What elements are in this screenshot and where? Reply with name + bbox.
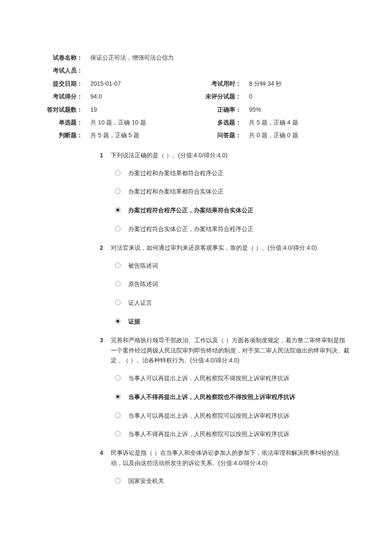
- radio-icon[interactable]: [115, 281, 121, 286]
- info-row: 考试得分：94.0未评分试题：0: [43, 90, 349, 103]
- radio-icon[interactable]: [115, 263, 121, 268]
- radio-icon[interactable]: [115, 170, 121, 176]
- questions-container: 1下列说法正确的是（ ）。(分值:4.0/得分:4.0)办案过程和办案结果都符合…: [43, 150, 349, 491]
- option-row[interactable]: 被告陈述词: [111, 257, 349, 275]
- radio-icon[interactable]: [115, 375, 121, 381]
- info-label: 考试用时：: [203, 77, 244, 90]
- option-row[interactable]: 证人证言: [111, 294, 349, 312]
- exam-info-table: 试卷名称：保证公正司法，增强司法公信力考试人员：提交日期：2015-01-07考…: [43, 51, 349, 142]
- info-label: 正确率：: [203, 103, 244, 116]
- info-value: 共 10 题，正确 10 题: [85, 116, 203, 129]
- info-value: 共 5 题，正确 4 题: [244, 116, 349, 129]
- option-row[interactable]: 当事人可以再提出上诉，人民检察院可以按照上诉审程序抗诉: [111, 407, 349, 425]
- option-text: 当事人可以再提出上诉，人民检察院不得按照上诉审程序抗诉: [128, 373, 349, 384]
- question-text: 民事诉讼是指（ ）在当事人和全体诉讼参加人的参加下，依法审理和解决民事纠纷的活动…: [111, 448, 349, 468]
- radio-icon[interactable]: [115, 300, 121, 305]
- option-text: 证人证言: [128, 298, 349, 308]
- option-text: 国家安全机关: [128, 476, 349, 486]
- question-block: 4民事诉讼是指（ ）在当事人和全体诉讼参加人的参加下，依法审理和解决民事纠纷的活…: [43, 448, 349, 490]
- info-label: 考试人员：: [43, 64, 85, 77]
- info-row: 判断题：共 5 题，正确 5 题问答题：共 0 题，正确 0 题: [43, 129, 349, 142]
- info-value: 19: [85, 103, 203, 116]
- option-row[interactable]: 当事人可以再提出上诉，人民检察院不得按照上诉审程序抗诉: [111, 369, 349, 388]
- radio-icon[interactable]: [115, 478, 121, 483]
- radio-icon[interactable]: [115, 431, 121, 436]
- option-row[interactable]: 办案过程符合程序公正，办案结果符合实体公正: [111, 201, 349, 220]
- option-row[interactable]: 原告陈述词: [111, 275, 349, 294]
- option-text: 原告陈述词: [128, 279, 349, 289]
- radio-icon[interactable]: [115, 188, 121, 194]
- info-label: 未评分试题：: [203, 90, 244, 103]
- question-text: 完善和严格执行领导干部政治、工作以及（ ）方面各项制度规定，着力整二审终审制是指…: [111, 335, 349, 366]
- info-label: 多选题：: [203, 116, 244, 129]
- option-row[interactable]: 国家安全机关: [111, 472, 349, 491]
- question-number: 2: [43, 243, 111, 331]
- option-row[interactable]: 办案过程符合实体公正，办案结果符合程序公正: [111, 220, 349, 239]
- info-label: 答对试题数：: [43, 103, 85, 116]
- info-value: [85, 64, 203, 77]
- option-text: 当事人不得再提出上诉，人民检察院也不得按照上诉审程序抗诉: [128, 392, 349, 402]
- question-text: 对法官来说，如何通过审判来还原客观事实，靠的是（ ）。(分值:4.0/得分:4.…: [111, 243, 349, 253]
- option-row[interactable]: 办案过程和办案结果都符合实体公正: [111, 182, 349, 201]
- question-number: 3: [43, 335, 111, 444]
- info-value: 保证公正司法，增强司法公信力: [85, 51, 349, 64]
- info-label: 试卷名称：: [43, 51, 85, 64]
- question-block: 3完善和严格执行领导干部政治、工作以及（ ）方面各项制度规定，着力整二审终审制是…: [43, 335, 349, 444]
- radio-icon[interactable]: [115, 226, 121, 231]
- question-block: 1下列说法正确的是（ ）。(分值:4.0/得分:4.0)办案过程和办案结果都符合…: [43, 150, 349, 239]
- question-body: 对法官来说，如何通过审判来还原客观事实，靠的是（ ）。(分值:4.0/得分:4.…: [111, 243, 349, 331]
- info-label: 问答题：: [203, 129, 244, 142]
- option-row[interactable]: 当事人不得再提出上诉，人民检察院可以按照上诉审程序抗诉: [111, 425, 349, 444]
- radio-icon[interactable]: [115, 413, 121, 418]
- info-label: 提交日期：: [43, 77, 85, 90]
- question-body: 完善和严格执行领导干部政治、工作以及（ ）方面各项制度规定，着力整二审终审制是指…: [111, 335, 349, 444]
- question-text: 下列说法正确的是（ ）。(分值:4.0/得分:4.0): [111, 150, 349, 161]
- info-value: 共 0 题，正确 0 题: [244, 129, 349, 142]
- info-label: 考试得分：: [43, 90, 85, 103]
- option-text: 办案过程符合程序公正，办案结果符合实体公正: [128, 205, 349, 216]
- question-number: 4: [43, 448, 111, 490]
- option-text: 证据: [128, 317, 349, 327]
- option-text: 办案过程和办案结果都符合程序公正: [128, 168, 349, 179]
- option-text: 当事人可以再提出上诉，人民检察院可以按照上诉审程序抗诉: [128, 411, 349, 421]
- info-row: 答对试题数：19正确率：95%: [43, 103, 349, 116]
- info-label: [203, 64, 244, 77]
- option-row[interactable]: 证据: [111, 312, 349, 331]
- info-label: 单选题：: [43, 116, 85, 129]
- info-row: 试卷名称：保证公正司法，增强司法公信力: [43, 51, 349, 64]
- radio-icon[interactable]: [115, 207, 121, 213]
- option-text: 当事人不得再提出上诉，人民检察院可以按照上诉审程序抗诉: [128, 429, 349, 439]
- info-value: 94.0: [85, 90, 203, 103]
- option-row[interactable]: 当事人不得再提出上诉，人民检察院也不得按照上诉审程序抗诉: [111, 388, 349, 407]
- question-body: 民事诉讼是指（ ）在当事人和全体诉讼参加人的参加下，依法审理和解决民事纠纷的活动…: [111, 448, 349, 490]
- question-number: 1: [43, 150, 111, 239]
- info-value: [244, 64, 349, 77]
- option-text: 办案过程符合实体公正，办案结果符合程序公正: [128, 224, 349, 234]
- info-row: 提交日期：2015-01-07考试用时：8 分钟 34 秒: [43, 77, 349, 90]
- option-text: 被告陈述词: [128, 261, 349, 271]
- info-value: 共 5 题，正确 5 题: [85, 129, 203, 142]
- info-row: 考试人员：: [43, 64, 349, 77]
- info-row: 单选题：共 10 题，正确 10 题多选题：共 5 题，正确 4 题: [43, 116, 349, 129]
- info-value: 8 分钟 34 秒: [244, 77, 349, 90]
- option-row[interactable]: 办案过程和办案结果都符合程序公正: [111, 164, 349, 183]
- radio-icon[interactable]: [115, 394, 121, 399]
- info-label: 判断题：: [43, 129, 85, 142]
- info-value: 0: [244, 90, 349, 103]
- question-block: 2对法官来说，如何通过审判来还原客观事实，靠的是（ ）。(分值:4.0/得分:4…: [43, 243, 349, 331]
- info-value: 95%: [244, 103, 349, 116]
- option-text: 办案过程和办案结果都符合实体公正: [128, 187, 349, 197]
- question-body: 下列说法正确的是（ ）。(分值:4.0/得分:4.0)办案过程和办案结果都符合程…: [111, 150, 349, 239]
- radio-icon[interactable]: [115, 318, 121, 324]
- info-value: 2015-01-07: [85, 77, 203, 90]
